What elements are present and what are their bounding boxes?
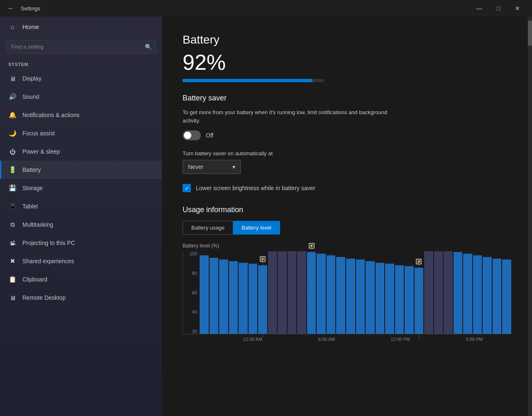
battery-saver-title: Battery saver (183, 94, 511, 103)
chart-area: 100 80 60 40 20 ⚡ ⚡ ⚡ (183, 251, 511, 334)
x-label-6pm: 6:00 PM (437, 337, 511, 342)
usage-tabs: Battery usage Battery level (183, 221, 511, 235)
chart-bar-23 (424, 251, 433, 334)
chart-bar-20 (395, 265, 404, 334)
search-icon: 🔍 (145, 44, 152, 50)
chart-x-labels: 12:00 AM 6:00 AM 12:00 PM 6:00 PM (183, 337, 511, 342)
sidebar-label-multitasking: Multitasking (22, 221, 53, 228)
home-label: Home (22, 23, 39, 30)
chart-bar-14 (336, 257, 345, 334)
battery-bar-container (183, 79, 324, 82)
battery-bar-fill (183, 79, 312, 82)
chart-bar-7 (268, 251, 277, 334)
plug-icon: ⚡ (260, 256, 266, 262)
sidebar-item-notifications[interactable]: 🔔 Notifications & actions (0, 106, 162, 124)
sidebar-label-power: Power & sleep (22, 148, 60, 155)
titlebar: ← Settings — □ ✕ (0, 0, 532, 17)
sidebar-item-multitasking[interactable]: ⧉ Multitasking (0, 215, 162, 234)
sidebar-item-storage[interactable]: 💾 Storage (0, 179, 162, 197)
scrollbar-thumb[interactable] (528, 21, 532, 46)
sidebar-section-label: System (0, 57, 162, 69)
battery-saver-dropdown[interactable]: Never ▾ (183, 160, 241, 174)
chart-bar-31 (502, 259, 511, 334)
toggle-knob (184, 132, 191, 139)
y-tick-100: 100 (183, 251, 200, 256)
y-tick-80: 80 (183, 271, 200, 276)
sidebar-label-tablet: Tablet (22, 203, 38, 210)
sidebar-label-sound: Sound (22, 93, 39, 100)
sidebar-item-display[interactable]: 🖥 Display (0, 69, 162, 88)
power-icon: ⏻ (8, 147, 17, 156)
toggle-label: Off (206, 132, 213, 139)
plug-icon: ⚡ (416, 259, 422, 264)
sidebar-item-clipboard[interactable]: 📋 Clipboard (0, 270, 162, 289)
display-icon: 🖥 (8, 74, 17, 83)
notifications-icon: 🔔 (8, 111, 17, 119)
sidebar-nav: 🖥 Display 🔊 Sound 🔔 Notifications & acti… (0, 69, 162, 307)
tab-battery-level[interactable]: Battery level (233, 221, 280, 235)
bar-marker-11: ⚡ (309, 243, 315, 249)
sidebar-item-projecting[interactable]: 📽 Projecting to this PC (0, 234, 162, 252)
chart-bar-3 (229, 261, 238, 334)
chart-bar-6: ⚡ (258, 265, 267, 334)
clipboard-icon: 📋 (8, 275, 17, 284)
chart-bar-19 (385, 264, 394, 334)
chart-y-axis: 100 80 60 40 20 (183, 251, 200, 334)
remote-icon: 🖥 (8, 294, 17, 302)
bar-marker-6: ⚡ (260, 256, 266, 262)
chart-bar-28 (473, 255, 482, 334)
sidebar-label-shared: Shared experiences (22, 258, 74, 264)
chart-bar-5 (249, 264, 258, 334)
chart-bar-17 (366, 261, 375, 334)
plug-icon: ⚡ (309, 243, 315, 249)
sidebar-label-storage: Storage (22, 185, 43, 191)
sidebar-item-tablet[interactable]: 📱 Tablet (0, 197, 162, 215)
sidebar-item-shared[interactable]: ✖ Shared experiences (0, 252, 162, 270)
sidebar-label-projecting: Projecting to this PC (22, 240, 75, 246)
battery-percentage: 92% (183, 50, 511, 75)
chart-bar-2 (219, 259, 228, 334)
sound-icon: 🔊 (8, 93, 17, 101)
page-title: Battery (183, 33, 511, 46)
brightness-checkbox-row: ✓ Lower screen brightness while in batte… (183, 184, 511, 192)
sidebar-label-notifications: Notifications & actions (22, 112, 80, 118)
usage-section: Usage information Battery usage Battery … (183, 206, 511, 342)
minimize-button[interactable]: — (470, 0, 489, 17)
checkmark-icon: ✓ (185, 185, 189, 191)
battery-saver-toggle[interactable] (183, 130, 201, 140)
sidebar-item-remote[interactable]: 🖥 Remote Desktop (0, 289, 162, 307)
chart-bar-4 (239, 263, 248, 334)
chart-bar-29 (483, 257, 492, 334)
y-tick-40: 40 (183, 309, 200, 314)
focus-icon: 🌙 (8, 129, 17, 137)
chart-bar-16 (356, 259, 365, 334)
sidebar-item-power[interactable]: ⏻ Power & sleep (0, 142, 162, 161)
sidebar-item-home[interactable]: ⌂ Home (0, 17, 162, 37)
tablet-icon: 📱 (8, 202, 17, 210)
back-button[interactable]: ← (5, 2, 17, 14)
battery-chart: Battery level (%) 100 80 60 40 20 ⚡ ⚡ ⚡ (183, 243, 511, 342)
chart-bar-30 (493, 259, 502, 334)
chart-bar-12 (317, 254, 326, 334)
battery-saver-toggle-row: Off (183, 130, 511, 140)
app-title: Settings (21, 5, 470, 12)
maximize-button[interactable]: □ (489, 0, 508, 17)
window-controls: — □ ✕ (470, 0, 527, 17)
brightness-checkbox[interactable]: ✓ (183, 184, 191, 192)
tab-battery-usage[interactable]: Battery usage (183, 221, 233, 235)
battery-saver-desc: To get more from your battery when it's … (183, 108, 398, 125)
sidebar-label-battery: Battery (22, 166, 41, 173)
close-button[interactable]: ✕ (508, 0, 527, 17)
sidebar-search: 🔍 (6, 40, 156, 54)
search-input[interactable] (6, 40, 156, 54)
sidebar-label-clipboard: Clipboard (22, 276, 47, 283)
scrollbar-track[interactable] (528, 17, 532, 416)
projecting-icon: 📽 (8, 239, 17, 247)
sidebar-item-focus[interactable]: 🌙 Focus assist (0, 124, 162, 142)
sidebar-item-sound[interactable]: 🔊 Sound (0, 88, 162, 106)
chart-bar-8 (278, 251, 287, 334)
chart-bar-15 (346, 259, 355, 334)
chart-bar-11: ⚡ (307, 252, 316, 334)
sidebar-item-battery[interactable]: 🔋 Battery (0, 161, 162, 179)
y-tick-60: 60 (183, 290, 200, 295)
